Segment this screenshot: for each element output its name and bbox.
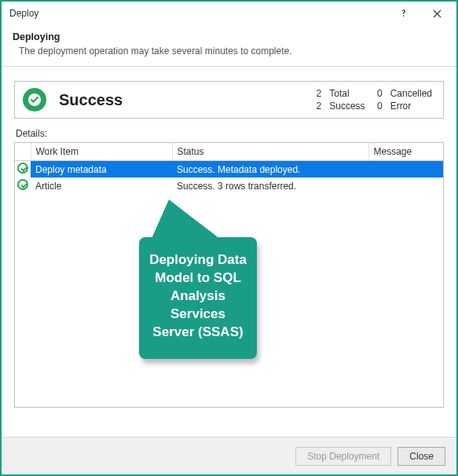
col-work-item[interactable]: Work Item <box>31 143 172 161</box>
row-message <box>368 178 443 194</box>
help-icon <box>399 9 409 18</box>
details-label: Details: <box>16 128 444 139</box>
count-success-l: Success <box>329 101 365 112</box>
table-row[interactable]: Deploy metadata Success. Metadata deploy… <box>15 161 443 178</box>
check-icon <box>17 179 28 190</box>
count-error-l: Error <box>390 101 432 112</box>
count-cancelled-l: Cancelled <box>390 88 432 99</box>
row-status-text: Success. Metadata deployed. <box>172 161 368 178</box>
count-cancelled-n: 0 <box>373 88 383 99</box>
details-table-container: Work Item Status Message Deploy metadata… <box>14 142 444 408</box>
col-status[interactable]: Status <box>172 143 368 161</box>
stop-deployment-button[interactable]: Stop Deployment <box>295 447 391 466</box>
header-subtitle: The deployment operation may take severa… <box>13 46 445 57</box>
count-total-l: Total <box>329 88 365 99</box>
header-title: Deploying <box>13 31 445 42</box>
count-error-n: 0 <box>373 101 383 112</box>
close-button[interactable]: Close <box>398 447 445 466</box>
col-message[interactable]: Message <box>368 143 443 161</box>
row-work-item: Article <box>31 178 172 194</box>
summary-counts: 2 Total 0 Cancelled 2 Success 0 Error <box>312 88 435 112</box>
window-title: Deploy <box>9 8 387 19</box>
dialog-footer: Stop Deployment Close <box>2 437 456 474</box>
dialog-content: Success 2 Total 0 Cancelled 2 Success 0 … <box>2 67 456 408</box>
row-status-icon <box>15 161 31 178</box>
table-row[interactable]: Article Success. 3 rows transferred. <box>15 178 443 194</box>
check-icon <box>17 163 28 174</box>
dialog-header: Deploying The deployment operation may t… <box>2 25 456 67</box>
row-status-icon <box>15 178 31 194</box>
col-icon[interactable] <box>15 143 31 161</box>
row-work-item: Deploy metadata <box>31 161 172 178</box>
table-header-row: Work Item Status Message <box>15 143 443 161</box>
count-success-n: 2 <box>312 101 321 112</box>
summary-status: Success <box>56 91 302 109</box>
count-total-n: 2 <box>312 88 321 99</box>
row-message <box>368 161 443 178</box>
titlebar: Deploy <box>2 2 456 25</box>
row-status-text: Success. 3 rows transferred. <box>172 178 368 194</box>
summary-panel: Success 2 Total 0 Cancelled 2 Success 0 … <box>14 81 444 119</box>
close-window-button[interactable] <box>420 2 453 24</box>
help-button[interactable] <box>387 2 420 24</box>
success-icon <box>23 88 46 112</box>
close-icon <box>433 9 442 18</box>
details-table: Work Item Status Message Deploy metadata… <box>15 143 443 194</box>
